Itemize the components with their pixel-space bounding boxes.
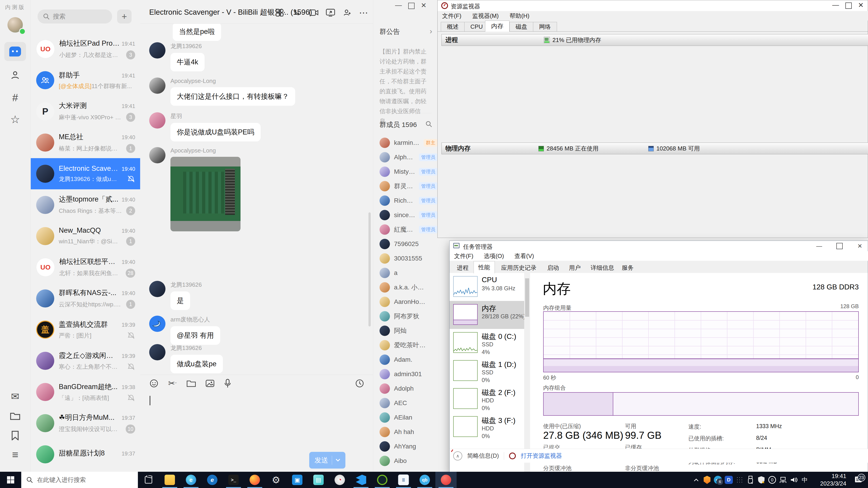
avatar[interactable] [149,77,165,94]
message-image-pcb[interactable] [170,157,241,231]
fewer-details-button[interactable]: 简略信息(D) [467,452,499,460]
member-row[interactable]: sincerity管理员 [373,208,438,222]
avatar[interactable] [149,147,165,163]
tray-telegram[interactable]: 6 [712,472,723,488]
member-search-button[interactable] [426,121,432,127]
avatar[interactable] [149,281,165,297]
close-button[interactable]: ✕ [421,1,427,9]
chat-list-item[interactable]: ☘明日方舟MuM...19:37 澄宝我闹钟没设可以设...10 [31,408,140,439]
member-row[interactable]: Ah hah [373,425,438,439]
image-button[interactable] [206,380,214,387]
sidebar-memory-selected[interactable]: 内存 28/128 GB (22%) [450,301,524,329]
sidebar-scrollbar[interactable] [524,273,530,473]
close-button[interactable]: ✕ [852,241,868,251]
tray-network[interactable] [778,472,788,488]
avatar[interactable] [149,316,165,332]
tab-users[interactable]: 用户 [564,263,585,273]
nav-channels-tab[interactable]: # [4,88,26,107]
avatar[interactable] [149,42,165,59]
sidebar-disk1[interactable]: 磁盘 1 (D:) SSD 0% [450,357,524,385]
nav-menu-button[interactable]: ≡ [4,445,26,464]
taskbar-app-firefox[interactable] [244,472,266,488]
tab-overview[interactable]: 概述 [441,22,465,31]
member-row[interactable]: AaronHouse [373,295,438,309]
tab-performance[interactable]: 性能 [473,261,495,273]
tab-memory[interactable]: 内存 [485,21,509,32]
announcement-expand-button[interactable]: › [430,27,432,35]
taskbar-app-terminal[interactable]: >_ [223,472,244,488]
nav-folder-button[interactable] [4,407,26,426]
member-row[interactable]: Adam. [373,352,438,367]
task-view-button[interactable] [138,472,159,488]
emoji-button[interactable] [150,379,158,388]
member-row[interactable]: 30031555 [373,251,438,266]
tray-usb[interactable] [745,472,756,488]
maximize-button[interactable] [408,3,414,9]
taskbar-app-server-tool[interactable]: ▤ [308,472,329,488]
chat-list-item[interactable]: ME总社19:40 椿菜：网上好像都说剧情...1 [31,127,140,158]
send-button[interactable]: 发送 [309,452,345,468]
chat-list-item[interactable]: 甜糖星愿计划819:37 [31,439,140,470]
member-row[interactable]: a [373,266,438,280]
start-button[interactable] [0,472,21,488]
sidebar-disk3[interactable]: 磁盘 3 (F:) HDD 0% [450,413,524,441]
sidebar-disk2[interactable]: 磁盘 2 (F:) HDD 0% [450,385,524,413]
minimize-button[interactable]: — [832,1,839,9]
chat-list-item-selected[interactable]: Electronic Scaven...19:40 龙腾139626：做成u盘装… [31,158,140,189]
sidebar-disk0[interactable]: 磁盘 0 (C:) SSD 4% [450,329,524,357]
tray-blue-app[interactable]: D [723,472,734,488]
nav-messages-tab[interactable] [4,42,26,61]
minimize-button[interactable]: — [395,1,402,9]
add-member-button[interactable] [343,8,352,17]
maximize-button[interactable] [845,2,852,9]
chat-list-item[interactable]: 群晖私有NAS云-...19:40 云深不知处https://wp.5...1 [31,283,140,314]
chat-list-item[interactable]: 霞之丘◇游戏闲聊群19:39 寒心：左上角那个不会是... [31,345,140,377]
menu-monitor[interactable]: 监视器(M) [472,12,499,20]
message-input[interactable] [140,392,373,451]
chat-list-item[interactable]: 群助手19:41 [@全体成员] 11个群聊有新... [31,65,140,96]
member-row[interactable]: AEC [373,396,438,410]
member-row[interactable]: a.k.a. 小黄蜂 [373,280,438,295]
menu-view[interactable]: 查看(V) [515,252,534,260]
chat-list-item[interactable]: 盖 盖壹搞机交流群19:39 严喾：[图片] [31,314,140,345]
video-call-button[interactable] [309,8,318,17]
menu-file[interactable]: 文件(F) [442,12,461,20]
member-row[interactable]: 爱吃茶叶蛋的茶猫 [373,338,438,352]
member-row[interactable]: Richard管理员 [373,193,438,208]
chat-list-item[interactable]: BanGDream超绝...19:38 「遠」：[动画表情] [31,377,140,408]
member-row[interactable]: karminski-牙医群主 [373,135,438,150]
avatar[interactable] [149,112,165,129]
message-scrollbar[interactable] [368,213,371,326]
tab-startup[interactable]: 启动 [543,263,563,273]
chat-list-item[interactable]: P 大米评测19:41 麻中蓬-vivo X90Pro+ 华...3 [31,96,140,127]
maximize-button[interactable] [832,241,847,251]
member-row[interactable]: AlphaArea管理员 [373,150,438,164]
tray-volume[interactable] [788,472,799,488]
nav-collections-button[interactable] [4,426,26,445]
member-row[interactable]: AEilan [373,410,438,425]
taskbar-search[interactable]: 在此键入进行搜索 [21,472,138,488]
open-resource-monitor-link[interactable]: 打开资源监视器 [521,452,562,460]
voice-message-button[interactable] [224,379,231,388]
member-row[interactable]: Adolph [373,381,438,396]
memory-composition-bar[interactable] [543,392,859,416]
tray-ime[interactable]: 中 [799,472,810,488]
member-row[interactable]: 群灵车劝退员管理员 [373,179,438,193]
search-input[interactable]: 搜索 [37,9,112,24]
close-button[interactable]: ✕ [858,1,864,9]
avatar[interactable] [149,344,165,360]
more-options-button[interactable]: ⋯ [360,8,368,17]
process-section-header[interactable]: 进程 21% 已用物理内存 ∧ [441,34,868,46]
taskbar-app-qbittorrent[interactable]: qb [414,472,435,488]
member-row[interactable]: 阿灿 [373,324,438,338]
sidebar-cpu[interactable]: CPU 3% 3.08 GHz [450,273,524,301]
screen-share-button[interactable] [326,8,335,17]
memory-section-header[interactable]: 物理内存 28456 MB 正在使用 102068 MB 可用 ∧ [441,142,868,154]
action-center-button[interactable]: 23 [848,476,868,484]
tab-services[interactable]: 服务 [617,263,638,273]
taskbar-app-opensuse[interactable] [372,472,393,488]
add-chat-button[interactable]: + [117,9,131,24]
chat-list-item[interactable]: UO 柚坛社区联想平板...19:40 北轩：如果我在闲鱼下...28 [31,252,140,283]
tray-1password[interactable]: 0 [767,472,778,488]
chat-list-item[interactable]: UO 柚坛社区Pad Pro2...19:41 小超梦：几次都是这样。...3 [31,33,140,65]
